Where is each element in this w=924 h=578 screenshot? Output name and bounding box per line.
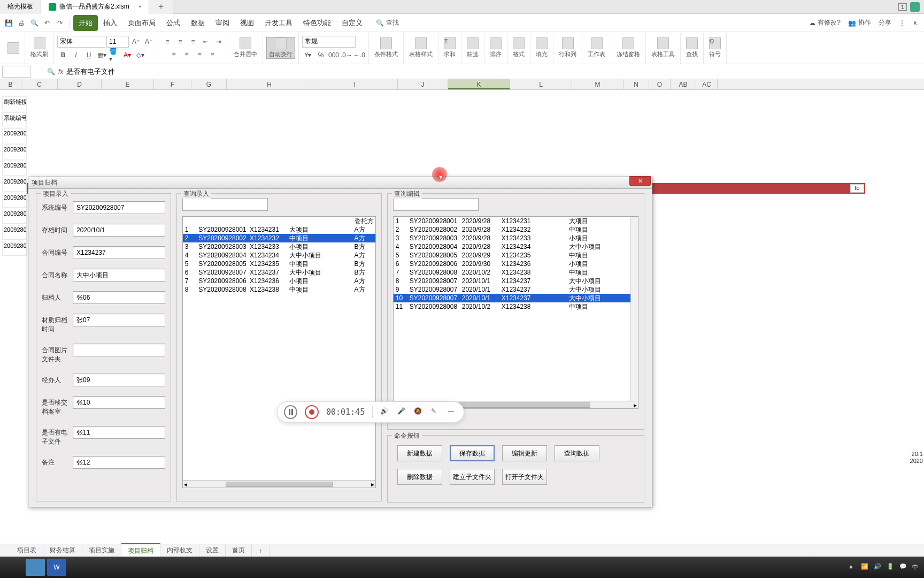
col-header-AB[interactable]: AB [671,79,696,89]
filter-button[interactable]: 筛选 [465,37,481,58]
cmd-button-5[interactable]: 建立子文件夹 [450,469,495,485]
query-entry-search[interactable] [182,198,268,211]
inc-decimal-icon[interactable]: .0→ [341,50,352,60]
ribbon-tab-8[interactable]: 特色功能 [298,15,336,31]
align-justify-icon[interactable]: ≡ [206,49,218,60]
list-row[interactable]: 8SY202009280072020/10/1X1234237大中小项目 [394,277,638,285]
list-row[interactable]: 5SY20200928005X1234235中项目B方 [183,260,375,268]
start-button[interactable] [4,559,24,576]
tray-icon[interactable]: ▲ [848,563,857,572]
col-header-L[interactable]: L [510,79,572,89]
align-mid-icon[interactable]: ≡ [174,36,186,47]
ribbon-tab-3[interactable]: 公式 [161,15,186,31]
col-header-C[interactable]: C [21,79,58,89]
pen-icon[interactable]: ✎ [431,407,441,417]
ribbon-tab-6[interactable]: 视图 [235,15,259,31]
list-row[interactable]: 3SY20200928003X1234233小项目B方 [183,242,375,251]
col-header-J[interactable]: J [398,79,448,89]
input-archive_time[interactable] [73,224,165,237]
wechat-tray-icon[interactable]: 💬 [899,563,908,572]
list-row[interactable]: 7SY202009280082020/10/2X1234238中项目 [394,268,638,277]
cmd-button-3[interactable]: 查询数据 [555,445,599,461]
merge-button[interactable]: 合并居中 [232,37,259,58]
border-icon[interactable]: ▦▾ [96,50,107,60]
col-header-G[interactable]: G [191,79,227,89]
col-header-K[interactable]: K [448,79,510,89]
save-icon[interactable]: 💾 [4,18,13,28]
list-row[interactable]: 1SY20200928001X1234231大项目A方 [183,225,375,234]
col-header-O[interactable]: O [649,79,671,89]
align-right-icon[interactable]: ≡ [194,49,205,60]
file-tab-template[interactable]: 稿壳模板 [0,0,41,14]
list-row[interactable]: 2SY20200928002X1234232中项目A方 [183,234,375,242]
input-moved[interactable] [73,396,165,409]
user-avatar-icon[interactable] [910,2,920,12]
query-edit-search[interactable] [393,198,479,211]
add-sheet-button[interactable]: + [252,544,270,557]
decrease-font-icon[interactable]: A⁻ [143,36,155,47]
explorer-icon[interactable] [26,559,45,576]
list-row[interactable]: 1SY202009280012020/9/28X1234231大项目 [394,217,638,225]
fill-button[interactable]: 填充 [534,37,550,58]
symbol-button[interactable]: Ω符号 [707,37,723,58]
percent-icon[interactable]: % [315,50,327,60]
ribbon-tab-1[interactable]: 插入 [98,15,122,31]
table-style-button[interactable]: 表格样式 [407,37,435,58]
cmd-button-2[interactable]: 编辑更新 [502,445,547,461]
file-tab-current[interactable]: 微信一品鼎盛方案2.xlsm • [41,0,149,14]
pause-button[interactable] [284,405,297,419]
dec-decimal-icon[interactable]: ←.0 [353,50,365,60]
list-row[interactable]: 5SY202009280052020/9/29X1234235中项目 [394,251,638,260]
print-icon[interactable]: 🖨 [17,18,26,28]
font-name-select[interactable] [57,36,105,48]
list-row[interactable]: 11SY202009280082020/10/2X1234238中项目 [394,302,638,311]
currency-icon[interactable]: ¥▾ [302,50,314,60]
sound-icon[interactable]: 🔊 [874,563,882,572]
ribbon-tab-2[interactable]: 页面布局 [122,15,161,31]
list-row[interactable]: 6SY20200928007X1234237大中小项目B方 [183,268,375,277]
align-center-icon[interactable]: ≡ [181,49,192,60]
ribbon-search[interactable]: 🔍 查找 [371,16,404,29]
format-button[interactable]: 格式 [511,37,527,58]
col-header-D[interactable]: D [58,79,102,89]
cmd-button-4[interactable]: 删除数据 [397,469,442,485]
worksheet-button[interactable]: 工作表 [586,37,607,58]
col-header-AC[interactable]: AC [696,79,718,89]
align-left-icon[interactable]: ≡ [168,49,180,60]
input-sysno[interactable] [73,201,165,214]
input-contract_name[interactable] [73,269,165,282]
sum-button[interactable]: Σ求和 [442,37,458,58]
font-color-icon[interactable]: A▾ [121,50,133,60]
comma-icon[interactable]: 000 [328,50,340,60]
listview-query-entry[interactable]: 委托方 1SY20200928001X1234231大项目A方2SY202009… [182,216,376,488]
rowcol-button[interactable]: 行和列 [557,37,579,58]
col-header-I[interactable]: I [312,79,398,89]
redo-icon[interactable]: ↷ [55,18,65,28]
underline-icon[interactable]: U [83,50,95,60]
cmd-button-1[interactable]: 保存数据 [450,445,495,461]
italic-icon[interactable]: I [70,50,82,60]
highlight-icon[interactable]: ◇▾ [134,50,146,60]
search-fx-icon[interactable]: 🔍 [47,68,55,75]
h-scrollbar[interactable]: ◂▸ [183,480,375,488]
list-row[interactable]: 9SY202009280072020/10/1X1234237大中小项目 [394,285,638,294]
sheet-tab-0[interactable]: 项目表 [11,544,43,557]
col-header-F[interactable]: F [154,79,191,89]
input-has_efile[interactable] [73,426,165,439]
indent-dec-icon[interactable]: ⇤ [200,36,212,47]
sheet-tab-4[interactable]: 内部收支 [160,544,199,557]
input-img_folder[interactable] [73,344,165,356]
new-tab-button[interactable]: ＋ [149,0,173,14]
name-box[interactable] [2,66,31,78]
ribbon-tab-0[interactable]: 开始 [73,15,98,31]
ribbon-tab-5[interactable]: 审阅 [210,15,235,31]
col-header-N[interactable]: N [623,79,649,89]
col-header-E[interactable]: E [102,79,154,89]
ribbon-tab-4[interactable]: 数据 [186,15,210,31]
list-row[interactable]: 8SY20200928008X1234238中项目A方 [183,285,375,294]
input-handler[interactable] [73,374,165,386]
dialog-title[interactable]: 项目归档 [28,177,652,189]
sheet-tab-3[interactable]: 项目归档 [121,543,160,558]
sheet-tab-1[interactable]: 财务结算 [43,544,82,557]
undo-icon[interactable]: ↶ [42,18,52,28]
